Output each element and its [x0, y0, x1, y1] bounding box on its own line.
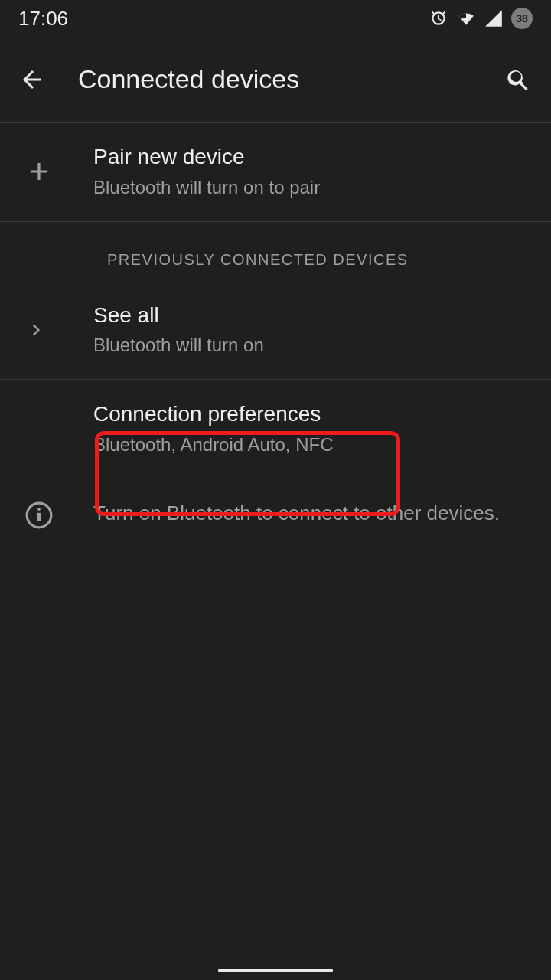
battery-level: 38: [516, 12, 528, 24]
back-button[interactable]: [14, 61, 51, 98]
wifi-icon: [456, 8, 476, 28]
connection-preferences-subtitle: Bluetooth, Android Auto, NFC: [93, 432, 522, 459]
connection-preferences-item[interactable]: Connection preferences Bluetooth, Androi…: [0, 380, 551, 479]
see-all-subtitle: Bluetooth will turn on: [93, 332, 522, 359]
connection-preferences-title: Connection preferences: [93, 400, 522, 429]
see-all-item[interactable]: See all Bluetooth will turn on: [0, 281, 551, 381]
status-icons: 38: [429, 8, 533, 29]
bluetooth-info-text: Turn on Bluetooth to connect to other de…: [93, 499, 523, 527]
alarm-icon: [429, 8, 448, 28]
pair-subtitle: Bluetooth will turn on to pair: [93, 175, 522, 201]
pair-new-device-item[interactable]: Pair new device Bluetooth will turn on t…: [0, 122, 551, 222]
plus-icon: [24, 157, 54, 186]
chevron-right-icon: [24, 318, 47, 341]
pair-title: Pair new device: [93, 142, 522, 172]
page-title: Connected devices: [78, 64, 473, 94]
search-icon: [505, 66, 533, 93]
info-icon: [24, 501, 54, 530]
battery-icon: 38: [511, 8, 533, 29]
cellular-signal-icon: [484, 8, 504, 28]
status-bar: 17:06 38: [0, 0, 551, 37]
arrow-left-icon: [18, 66, 46, 93]
bluetooth-info-row: Turn on Bluetooth to connect to other de…: [0, 479, 551, 550]
see-all-title: See all: [93, 301, 522, 330]
status-time: 17:06: [18, 7, 68, 31]
app-bar: Connected devices: [0, 37, 551, 122]
section-header-previous: PREVIOUSLY CONNECTED DEVICES: [0, 222, 551, 281]
navigation-handle[interactable]: [218, 969, 333, 972]
svg-point-2: [37, 508, 41, 511]
search-button[interactable]: [500, 61, 537, 98]
